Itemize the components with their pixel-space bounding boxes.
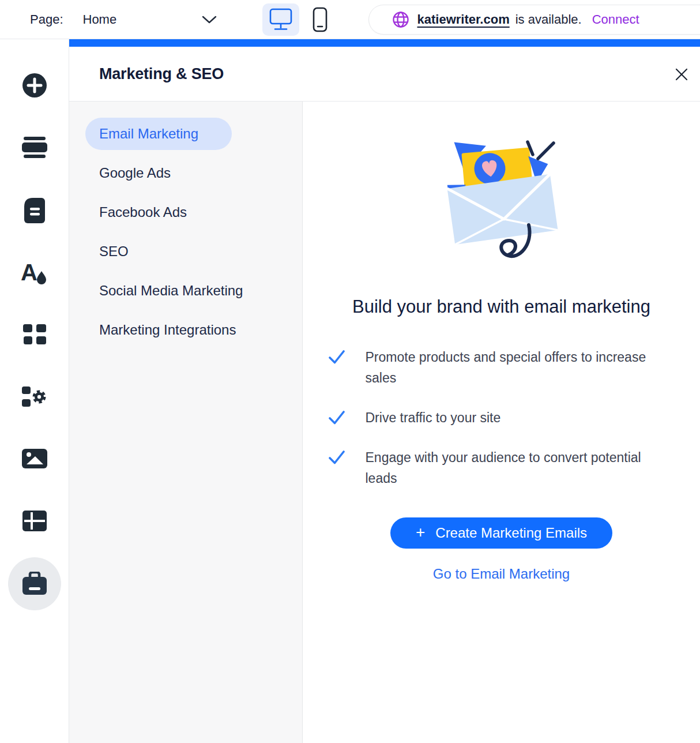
- pages-icon: [24, 197, 46, 224]
- create-marketing-emails-label: Create Marketing Emails: [435, 525, 587, 541]
- panel-header: Marketing & SEO: [69, 47, 700, 102]
- add-icon: [21, 72, 48, 99]
- site-theme-icon: A: [21, 260, 48, 286]
- benefit-item: Drive traffic to your site: [329, 407, 675, 428]
- content-heading: Build your brand with email marketing: [346, 293, 657, 320]
- sidebar-item-cms[interactable]: [21, 507, 48, 535]
- sidebar-item-app-market[interactable]: [21, 383, 48, 411]
- check-icon: [329, 347, 366, 388]
- sections-icon: [21, 136, 48, 159]
- benefit-text: Engage with your audience to convert pot…: [366, 447, 654, 489]
- mobile-icon: [313, 7, 328, 32]
- sidebar-item-sections[interactable]: [21, 133, 48, 161]
- menu-item-facebook-ads[interactable]: Facebook Ads: [85, 196, 201, 228]
- plus-icon: +: [416, 524, 425, 541]
- page-selector-value: Home: [83, 12, 202, 27]
- svg-text:A: A: [21, 260, 37, 285]
- menu-item-google-ads[interactable]: Google Ads: [85, 157, 185, 189]
- page-label: Page:: [30, 12, 63, 27]
- panel-menu: Email Marketing Google Ads Facebook Ads …: [69, 102, 303, 743]
- panel-title: Marketing & SEO: [99, 65, 224, 83]
- benefit-text: Drive traffic to your site: [366, 407, 654, 428]
- marketing-seo-panel: Marketing & SEO Email Marketing Google A…: [69, 39, 700, 743]
- menu-item-marketing-integrations[interactable]: Marketing Integrations: [85, 314, 250, 346]
- top-bar: Page: Home: [0, 0, 700, 39]
- cms-icon: [22, 510, 47, 532]
- globe-icon: [392, 11, 409, 28]
- create-marketing-emails-button[interactable]: + Create Marketing Emails: [390, 517, 612, 549]
- domain-link[interactable]: katiewriter.com: [417, 12, 510, 27]
- media-icon: [21, 448, 48, 469]
- accent-strip: [69, 39, 700, 47]
- panel-body: Email Marketing Google Ads Facebook Ads …: [69, 102, 700, 743]
- sidebar-item-media[interactable]: [21, 445, 48, 472]
- page-selector-dropdown[interactable]: Home: [83, 12, 217, 27]
- chevron-down-icon: [202, 16, 217, 24]
- envelope-email-illustration: [430, 128, 574, 262]
- menu-item-seo[interactable]: SEO: [85, 235, 142, 268]
- sidebar-item-add[interactable]: [21, 72, 48, 99]
- sidebar-item-elements[interactable]: [21, 321, 48, 348]
- cta-area: + Create Marketing Emails Go to Email Ma…: [303, 508, 700, 582]
- check-icon: [329, 407, 366, 428]
- connect-domain-link[interactable]: Connect: [592, 12, 639, 27]
- menu-item-email-marketing[interactable]: Email Marketing: [85, 118, 232, 150]
- benefit-text: Promote products and special offers to i…: [366, 347, 654, 388]
- email-marketing-content: Build your brand with email marketing Pr…: [303, 102, 700, 743]
- close-button[interactable]: [669, 62, 694, 87]
- check-icon: [329, 447, 366, 489]
- device-toggle: [250, 3, 336, 36]
- domain-availability-text: is available.: [515, 12, 582, 27]
- business-tools-icon: [21, 572, 48, 596]
- desktop-icon: [269, 7, 292, 32]
- benefit-item: Promote products and special offers to i…: [329, 347, 675, 388]
- desktop-view-button[interactable]: [262, 3, 299, 36]
- sidebar-item-pages[interactable]: [21, 197, 48, 224]
- sidebar-item-theme[interactable]: A: [21, 259, 48, 287]
- go-to-email-marketing-link[interactable]: Go to Email Marketing: [433, 566, 570, 582]
- sidebar-item-business-tools[interactable]: [8, 557, 61, 610]
- domain-availability-bar: katiewriter.com is available. Connect: [368, 5, 700, 35]
- app-market-icon: [21, 385, 48, 408]
- benefit-item: Engage with your audience to convert pot…: [329, 447, 675, 489]
- editor-sidebar: A: [0, 39, 69, 743]
- mobile-view-button[interactable]: [304, 3, 336, 36]
- benefit-list: Promote products and special offers to i…: [329, 347, 675, 489]
- menu-item-social-media-marketing[interactable]: Social Media Marketing: [85, 275, 257, 307]
- elements-icon: [22, 324, 47, 346]
- close-icon: [675, 68, 688, 81]
